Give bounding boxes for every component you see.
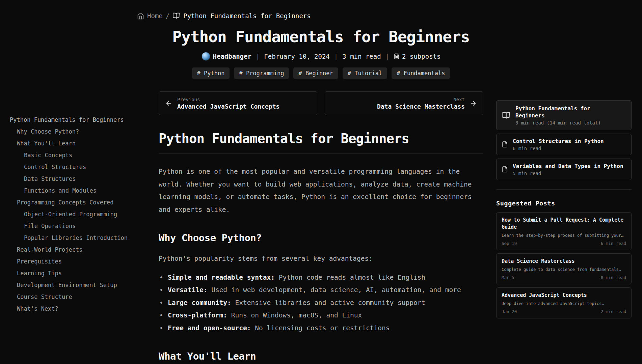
toc-item[interactable]: What's Next? — [17, 303, 152, 315]
bullet-text: No licensing costs or restrictions — [251, 324, 390, 332]
toc-item[interactable]: Basic Concepts — [24, 149, 152, 161]
subpost-title: Variables and Data Types in Python — [513, 163, 623, 170]
post-header: Home / Python Fundamentals for Beginners… — [137, 12, 505, 79]
breadcrumb: Home / Python Fundamentals for Beginners — [137, 12, 505, 20]
home-icon — [137, 12, 144, 20]
suggested-post-card[interactable]: How to Submit a Pull Request: A Complete… — [496, 212, 632, 250]
suggested-post-card[interactable]: Data Science Masterclass Complete guide … — [496, 253, 632, 284]
table-of-contents: Python Fundamentals for BeginnersWhy Cho… — [10, 114, 152, 315]
list-item: Free and open-source: No licensing costs… — [159, 322, 483, 335]
suggested-posts-list: How to Submit a Pull Request: A Complete… — [496, 212, 632, 318]
breadcrumb-current-label: Python Fundamentals for Beginners — [183, 12, 311, 20]
book-icon — [502, 111, 511, 119]
article-title: Python Fundamentals for Beginners — [159, 131, 483, 154]
arrow-right-icon — [470, 100, 477, 107]
subpost-card[interactable]: Python Fundamentals for Beginners 3 min … — [496, 100, 632, 130]
toc-item[interactable]: Learning Tips — [17, 268, 152, 279]
bullet-text: Runs on Windows, macOS, and Linux — [227, 311, 362, 319]
suggested-post-description: Complete guide to data science from fund… — [502, 267, 626, 272]
subpost-card[interactable]: Control Structures in Python 6 min read — [496, 134, 632, 155]
arrow-left-icon — [165, 100, 172, 107]
subposts-count-label: 2 subposts — [402, 53, 440, 60]
toc-item[interactable]: Prerequisites — [17, 256, 152, 268]
list-item: Cross-platform: Runs on Windows, macOS, … — [159, 309, 483, 322]
toc-item[interactable]: Why Choose Python? — [17, 126, 152, 138]
section-heading-why-choose-python: Why Choose Python? — [159, 232, 483, 244]
meta-separator: | — [334, 53, 338, 60]
bullet-text: Extensive libraries and active community… — [231, 299, 425, 307]
post-navigation: Previous Advanced JavaScript Concepts Ne… — [159, 91, 483, 115]
section-paragraph: Python's popularity stems from several k… — [159, 252, 483, 265]
bullet-term: Versatile: — [168, 286, 207, 294]
meta-separator: | — [256, 53, 260, 60]
tag-pill[interactable]: # Programming — [234, 67, 289, 79]
list-item: Simple and readable syntax: Python code … — [159, 271, 483, 284]
suggested-post-description: Deep dive into advanced JavaScript topic… — [502, 301, 626, 306]
breadcrumb-home-label: Home — [147, 12, 163, 20]
toc-item[interactable]: File Operations — [24, 220, 152, 232]
sidebar-divider — [496, 189, 632, 190]
toc-item[interactable]: Control Structures — [24, 161, 152, 173]
previous-title: Advanced JavaScript Concepts — [177, 103, 279, 110]
suggested-post-read-time: 2 min read — [601, 309, 626, 314]
suggested-post-date: Jan 20 — [502, 309, 517, 314]
subposts-count: 2 subposts — [394, 53, 440, 60]
suggested-post-card[interactable]: Advanced JavaScript Concepts Deep dive i… — [496, 287, 632, 318]
right-sidebar: Python Fundamentals for Beginners 3 min … — [496, 100, 632, 321]
toc-item[interactable]: What You'll Learn — [17, 138, 152, 149]
tag-pill[interactable]: # Python — [192, 67, 230, 79]
subpost-title: Python Fundamentals for Beginners — [515, 105, 600, 119]
subpost-card[interactable]: Variables and Data Types in Python 5 min… — [496, 159, 632, 180]
suggested-post-title: Data Science Masterclass — [502, 258, 626, 265]
bullet-term: Large community: — [168, 299, 231, 307]
tags: # Python# Programming# Beginner# Tutoria… — [137, 67, 505, 79]
next-label: Next — [453, 97, 465, 102]
section-heading-what-youll-learn: What You'll Learn — [159, 351, 483, 362]
toc-item[interactable]: Real-World Projects — [17, 244, 152, 256]
tag-pill[interactable]: # Tutorial — [343, 67, 387, 79]
page-title: Python Fundamentals for Beginners — [137, 28, 505, 46]
bullet-term: Simple and readable syntax: — [168, 274, 275, 281]
tag-pill[interactable]: # Fundamentals — [392, 67, 450, 79]
subpost-read-time: 5 min read — [513, 171, 623, 176]
bullet-text: Used in web development, data science, A… — [207, 286, 461, 294]
suggested-post-read-time: 8 min read — [601, 275, 626, 280]
breadcrumb-separator: / — [166, 12, 169, 20]
previous-post-card[interactable]: Previous Advanced JavaScript Concepts — [159, 91, 317, 115]
next-post-card[interactable]: Next Data Science Masterclass — [325, 91, 483, 115]
bullet-text: Python code reads almost like English — [275, 274, 425, 281]
author-name[interactable]: Headbanger — [213, 53, 251, 60]
breadcrumb-current: Python Fundamentals for Beginners — [172, 12, 311, 20]
subpost-read-time: 3 min read (14 min read total) — [515, 120, 601, 125]
file-icon — [502, 141, 508, 148]
post-meta: Headbanger | February 10, 2024 | 3 min r… — [137, 52, 505, 61]
subpost-title: Control Structures in Python — [513, 138, 604, 145]
intro-paragraph: Python is one of the most popular and ve… — [159, 165, 483, 216]
toc-item[interactable]: Functions and Modules — [24, 185, 152, 197]
toc-item[interactable]: Course Structure — [17, 291, 152, 303]
book-icon — [172, 12, 180, 20]
toc-item[interactable]: Object-Oriented Programming — [24, 208, 152, 220]
bullet-term: Free and open-source: — [168, 324, 251, 332]
advantages-list: Simple and readable syntax: Python code … — [159, 271, 483, 335]
file-icon — [502, 166, 508, 173]
suggested-post-date: Sep 19 — [502, 241, 517, 246]
article: Previous Advanced JavaScript Concepts Ne… — [159, 91, 483, 364]
meta-separator: | — [385, 53, 389, 60]
subposts-list: Python Fundamentals for Beginners 3 min … — [496, 100, 632, 180]
suggested-post-title: Advanced JavaScript Concepts — [502, 292, 626, 299]
toc-item[interactable]: Programming Concepts Covered — [17, 197, 152, 208]
toc-item[interactable]: Python Fundamentals for Beginners — [10, 114, 152, 126]
toc-item[interactable]: Data Structures — [24, 173, 152, 185]
suggested-posts-heading: Suggested Posts — [496, 200, 632, 207]
toc-item[interactable]: Popular Libraries Introduction — [24, 232, 152, 244]
list-item: Large community: Extensive libraries and… — [159, 297, 483, 309]
subpost-read-time: 6 min read — [513, 146, 604, 151]
toc-item[interactable]: Development Environment Setup — [17, 279, 152, 291]
tag-pill[interactable]: # Beginner — [293, 67, 338, 79]
breadcrumb-home-link[interactable]: Home — [137, 12, 163, 20]
suggested-post-description: Learn the step-by-step process of submit… — [502, 233, 626, 238]
next-title: Data Science Masterclass — [377, 103, 465, 110]
avatar — [202, 52, 210, 61]
list-item: Versatile: Used in web development, data… — [159, 284, 483, 297]
